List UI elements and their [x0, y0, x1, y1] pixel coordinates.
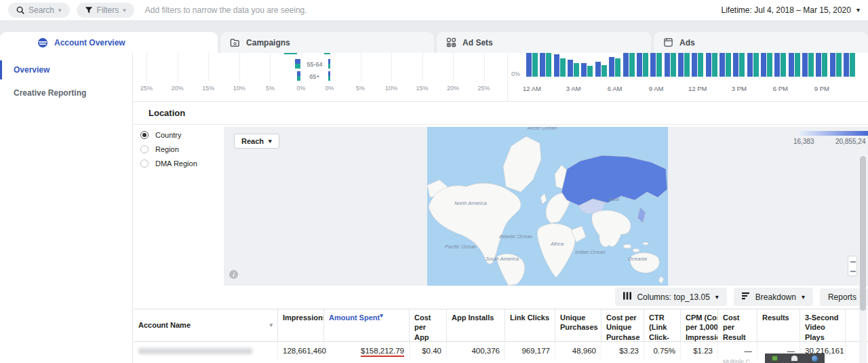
pyramid-bar-left-teal — [297, 76, 300, 81]
tab-label: Account Overview — [54, 38, 125, 47]
vertical-scrollbar[interactable] — [859, 146, 867, 363]
world-map[interactable]: Arctic OceanNorth AmericaPacific OceanAt… — [427, 127, 668, 286]
taskbar-app-icon[interactable] — [791, 356, 797, 361]
taskbar-overlay — [765, 354, 825, 363]
sidebar-item-creative-reporting[interactable]: Creative Reporting — [0, 81, 132, 104]
tab-campaigns[interactable]: Campaigns — [220, 32, 434, 53]
radio-dma-region[interactable]: DMA Region — [140, 159, 197, 168]
filter-placeholder[interactable]: Add filters to narrow the data you are s… — [145, 5, 307, 15]
pyramid-axis-tick: 5% — [258, 85, 281, 92]
land-island — [623, 244, 631, 248]
column-header[interactable]: Link Clicks — [505, 309, 555, 341]
location-title: Location — [149, 108, 185, 118]
pyramid-bar-left-teal — [295, 64, 300, 69]
column-header[interactable]: Cost per Result — [718, 309, 757, 341]
taskbar-app-icon[interactable] — [812, 356, 818, 362]
hourly-bar-teal — [712, 53, 717, 77]
column-header[interactable]: Account Name▾ — [134, 309, 278, 341]
column-header[interactable]: Unique Purchases — [555, 309, 601, 341]
tab-label: Campaigns — [246, 38, 290, 47]
grid-icon — [446, 37, 456, 47]
map-geo-label: Asia — [609, 196, 619, 202]
hourly-bar-blue — [526, 53, 532, 77]
hourly-bar-teal — [532, 53, 538, 77]
columns-icon — [623, 292, 631, 302]
hourly-bar-teal — [753, 53, 759, 77]
pyramid-gridline — [208, 53, 209, 81]
column-header[interactable]: Cost per App Install — [410, 309, 447, 341]
hourly-bar-blue — [568, 60, 573, 77]
hourly-bar-blue — [830, 53, 835, 77]
column-header-label: Impressions — [283, 313, 324, 322]
map-geo-label: Arctic Ocean — [528, 127, 557, 131]
tab-account-overview[interactable]: Account Overview — [0, 32, 218, 53]
hourly-bar-blue — [609, 57, 614, 77]
chevron-down-icon: ▾ — [856, 7, 860, 14]
hourly-bar-teal — [656, 53, 662, 77]
hourly-bar-teal — [698, 53, 703, 77]
table-cell: 128,661,460 — [278, 342, 324, 361]
map-zoom-control[interactable] — [848, 256, 857, 276]
column-header-label: Link Clicks — [510, 313, 549, 322]
main-panel: 25%20%15%10%5%0%0%5%10%15%20%25%55-6465+… — [134, 53, 868, 363]
pyramid-gridline — [270, 53, 271, 81]
breakdown-button[interactable]: Breakdown ▾ — [734, 288, 813, 306]
filters-button[interactable]: Filters ▾ — [77, 3, 134, 18]
sidebar-item-overview[interactable]: Overview — [0, 58, 132, 81]
hourly-bar-chart: 0%12 AM3 AM6 AM9 AM12 PM3 PM6 PM9 PM — [507, 53, 868, 102]
reports-label: Reports — [828, 292, 856, 302]
hourly-bar-teal — [808, 53, 814, 77]
radio-region[interactable]: Region — [140, 145, 197, 154]
land-island — [633, 249, 639, 252]
chevron-down-icon: ▾ — [123, 7, 126, 14]
column-header[interactable]: CTR (Link Click- — [644, 309, 681, 341]
location-granularity-radios: Country Region DMA Region — [140, 130, 197, 173]
search-button[interactable]: Search ▾ — [8, 3, 70, 18]
column-header-label: Account Name — [138, 320, 191, 330]
hourly-bar-teal — [781, 53, 786, 77]
map-metric-dropdown[interactable]: Reach ▾ — [234, 134, 279, 149]
columns-button[interactable]: Columns: top_13.05 ▾ — [615, 288, 726, 306]
filters-label: Filters — [97, 5, 119, 15]
table-cell — [134, 342, 278, 361]
hourly-bar-blue — [678, 53, 684, 77]
pyramid-bar-left-blue — [297, 71, 300, 76]
breakdown-label: Breakdown — [755, 292, 796, 302]
scrollbar-thumb[interactable] — [860, 156, 866, 311]
hourly-bar-blue — [816, 53, 821, 77]
column-header-label: CPM (Cost per 1,000 Impression — [686, 313, 718, 341]
pyramid-bar-left-blue — [295, 59, 300, 64]
column-header[interactable]: Impressions — [278, 309, 324, 341]
sidebar-item-label: Overview — [14, 65, 50, 75]
taskbar-app-icon[interactable] — [772, 356, 778, 361]
funnel-icon — [85, 6, 93, 14]
column-header[interactable]: App Installs — [447, 309, 505, 341]
map-geo-label: Atlantic Ocean — [499, 233, 532, 240]
table-header-row: Account Name▾ImpressionsAmount Spent▾Cos… — [134, 309, 868, 342]
column-header[interactable]: Cost per Unique Purchase — [601, 309, 644, 341]
table-cell: 400,376 — [447, 342, 505, 361]
column-header-label: Amount Spent — [329, 313, 380, 322]
column-header-label: CTR (Link Click- — [649, 313, 675, 341]
hourly-bar-blue — [581, 63, 587, 77]
hourly-bar-teal — [671, 53, 676, 77]
column-header[interactable]: Amount Spent▾ — [324, 309, 410, 341]
column-header[interactable]: Results — [757, 309, 800, 341]
date-range-selector[interactable]: Lifetime: Jul 4, 2018 – Mar 15, 2020 ▾ — [722, 5, 860, 15]
hourly-bar-blue — [761, 53, 766, 77]
tab-ads[interactable]: Ads — [654, 32, 868, 53]
legend-max-value: 20,855,24 — [835, 138, 866, 145]
amount-spent-value-annotated: $158,212.79 — [361, 347, 404, 357]
info-icon[interactable]: i — [229, 270, 238, 279]
column-header[interactable]: 3-Second Video Plays — [800, 309, 846, 341]
radio-country[interactable]: Country — [140, 130, 197, 140]
multiple-conversions-note: Multiple C... — [723, 358, 752, 363]
map-geo-label: Africa — [551, 241, 564, 247]
location-section-body: Country Region DMA Region Reach ▾ — [134, 125, 868, 286]
pyramid-bar-right-blue — [328, 71, 330, 76]
hourly-bar-teal — [546, 53, 551, 77]
hourly-bar-teal — [601, 65, 607, 77]
hourly-bar-teal — [739, 53, 745, 77]
tab-ad-sets[interactable]: Ad Sets — [437, 32, 651, 53]
column-header[interactable]: CPM (Cost per 1,000 Impression — [681, 309, 718, 341]
